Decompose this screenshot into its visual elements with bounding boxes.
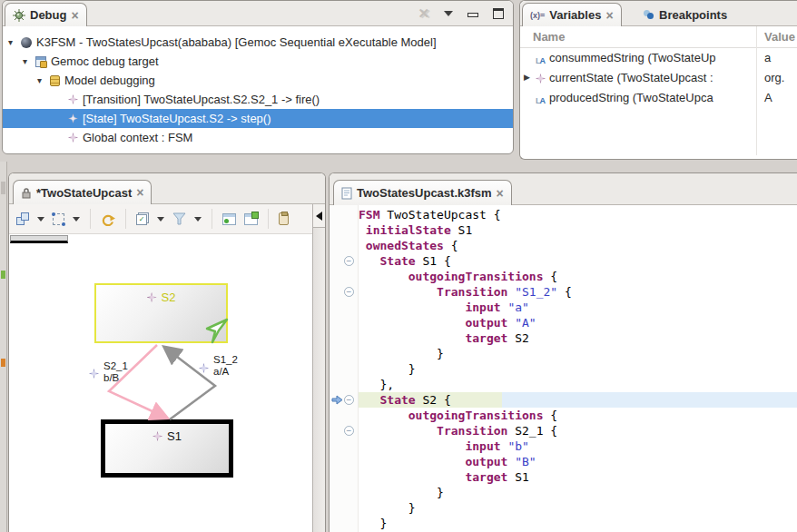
code-line[interactable]: input "a"	[359, 300, 797, 315]
arrange-all-icon[interactable]	[16, 212, 29, 225]
layers-menu-icon[interactable]	[157, 217, 164, 222]
tab-diagram-editor[interactable]: *TwoStateUpcast ×	[13, 180, 152, 204]
close-icon[interactable]: ×	[497, 187, 504, 200]
local-variable-icon: LA	[536, 56, 548, 65]
code-line[interactable]: input "b"	[359, 438, 797, 454]
text-editor-panel: TwoStatesUpcast.k3fsm × −−−− FSM TwoStat…	[329, 172, 797, 532]
transition-diamond-icon	[89, 369, 99, 379]
tab-variables[interactable]: (x)= Variables ×	[522, 3, 622, 26]
diagram-editor-panel: *TwoStateUpcast × S2	[8, 172, 326, 532]
variable-value: A	[764, 91, 772, 104]
code-line[interactable]: Transition "S1_2" {	[359, 284, 797, 300]
code-line[interactable]: target S1	[359, 469, 797, 485]
fold-collapse-icon[interactable]: −	[344, 426, 354, 436]
debug-tree-item[interactable]: [State] TwoStateUpcast.S2 -> step()	[3, 109, 513, 128]
chevron-left-icon	[316, 212, 322, 221]
code-area[interactable]: FSM TwoStateUpcast { initialState S1 own…	[359, 207, 797, 531]
code-line[interactable]: }	[359, 485, 797, 500]
code-line[interactable]: State S1 {	[359, 253, 797, 269]
variable-row[interactable]: ▶currentState (TwoStateUpcast :org.	[520, 68, 797, 88]
diagram-canvas[interactable]: S2 S1 S2_1 b/B	[9, 235, 312, 532]
toolbar-separator	[212, 209, 212, 229]
filter-menu-icon[interactable]	[194, 217, 202, 222]
code-line[interactable]: ownedStates {	[359, 238, 797, 253]
arrange-menu-icon[interactable]	[37, 217, 44, 222]
variable-row[interactable]: LAconsummedString (TwoStateUpa	[520, 48, 797, 68]
transition-edges	[9, 235, 312, 532]
tab-debug-label: Debug	[30, 8, 66, 22]
fold-collapse-icon[interactable]: −	[344, 395, 354, 405]
code-line[interactable]: Transition S2_1 {	[359, 423, 797, 438]
code-line[interactable]: State S2 {	[359, 392, 797, 408]
code-line[interactable]: },	[359, 377, 797, 392]
column-header-value[interactable]: Value	[764, 30, 795, 44]
column-header-name[interactable]: Name	[533, 30, 565, 44]
tab-k3fsm-editor[interactable]: TwoStatesUpcast.k3fsm ×	[333, 180, 512, 205]
select-menu-icon[interactable]	[73, 217, 80, 222]
palette-expand-button[interactable]	[313, 204, 325, 228]
view-menu-icon[interactable]	[444, 11, 453, 16]
minimized-views-strip	[0, 162, 7, 532]
fold-collapse-icon[interactable]: −	[344, 256, 354, 266]
debug-target-icon	[35, 56, 46, 67]
code-line[interactable]: target S2	[359, 330, 797, 346]
transition-s2-1-name: S2_1	[103, 360, 128, 372]
close-icon[interactable]: ×	[71, 9, 78, 22]
tree-expander-icon[interactable]: ▾	[8, 37, 21, 47]
debug-tree-item[interactable]: [Transition] TwoStateUpcast.S2.S2_1 -> f…	[3, 90, 513, 109]
code-line[interactable]: outgoingTransitions {	[359, 269, 797, 284]
transition-label-s1-2[interactable]: S1_2 a/A	[199, 354, 238, 378]
code-line[interactable]: }	[359, 500, 797, 516]
close-icon[interactable]: ×	[605, 9, 613, 22]
layers-icon[interactable]	[136, 212, 149, 225]
tab-breakpoints-label: Breakpoints	[659, 8, 727, 22]
tree-item-label: [Transition] TwoStateUpcast.S2.S2_1 -> f…	[83, 93, 320, 106]
tab-breakpoints[interactable]: Breakpoints	[636, 3, 734, 26]
debug-tabbar: Debug × ✕	[3, 1, 513, 26]
debug-view-panel: Debug × ✕ ▾K3FSM - TwoStatesUpcast(ababa…	[2, 0, 514, 154]
transition-label-s2-1[interactable]: S2_1 b/B	[89, 360, 128, 384]
remove-all-terminated-icon[interactable]: ✕	[418, 6, 429, 20]
edit-mode-icon[interactable]	[244, 213, 258, 225]
code-line[interactable]: }	[359, 346, 797, 361]
variable-row[interactable]: LAproducedString (TwoStateUpcaA	[520, 88, 797, 108]
refresh-icon[interactable]	[101, 212, 115, 226]
fold-collapse-icon[interactable]: −	[344, 287, 354, 297]
debug-tree-item[interactable]: ▾Model debugging	[3, 71, 513, 90]
select-all-icon[interactable]	[53, 213, 64, 225]
minimized-view-marker-orange[interactable]	[1, 359, 5, 367]
filter-icon[interactable]	[172, 212, 186, 225]
minimize-icon[interactable]	[467, 13, 478, 17]
debug-tree-item[interactable]: ▾K3FSM - TwoStatesUpcast(abababa) [Gemoc…	[3, 33, 513, 52]
variables-icon: (x)=	[530, 11, 545, 20]
tree-expander-icon[interactable]: ▾	[37, 75, 50, 85]
show-properties-icon[interactable]	[222, 213, 236, 225]
tree-expander-icon[interactable]: ▾	[23, 56, 35, 66]
code-line[interactable]: }	[359, 516, 797, 531]
editor-gutter[interactable]: −−−−	[330, 205, 359, 532]
tab-editor-label: TwoStatesUpcast.k3fsm	[357, 186, 492, 200]
variable-value: a	[764, 51, 771, 64]
maximize-icon[interactable]	[493, 8, 504, 19]
tree-expander-icon[interactable]: ▶	[524, 73, 530, 82]
file-icon	[341, 187, 352, 200]
code-line[interactable]: FSM TwoStateUpcast {	[359, 207, 797, 222]
transition-s2-1-guard: b/B	[103, 372, 128, 384]
debug-tree-item[interactable]: Global context : FSM	[3, 128, 513, 147]
tab-debug[interactable]: Debug ×	[5, 3, 87, 26]
debug-tree-item[interactable]: ▾Gemoc debug target	[3, 52, 513, 71]
code-line[interactable]: output "B"	[359, 454, 797, 469]
tree-item-label: [State] TwoStateUpcast.S2 -> step()	[83, 112, 271, 125]
transition-s1-2-name: S1_2	[213, 354, 238, 366]
code-line[interactable]: output "A"	[359, 315, 797, 330]
clipboard-icon[interactable]	[279, 212, 289, 225]
code-line[interactable]: }	[359, 361, 797, 377]
debug-view-toolbar: ✕	[418, 6, 504, 20]
close-icon[interactable]: ×	[136, 186, 143, 199]
minimized-view-marker[interactable]	[1, 182, 5, 194]
code-line[interactable]: initialState S1	[359, 222, 797, 238]
lock-icon	[21, 187, 32, 199]
minimized-view-marker-green[interactable]	[1, 271, 5, 279]
code-line[interactable]: outgoingTransitions {	[359, 408, 797, 423]
model-debugging-icon	[50, 75, 60, 86]
